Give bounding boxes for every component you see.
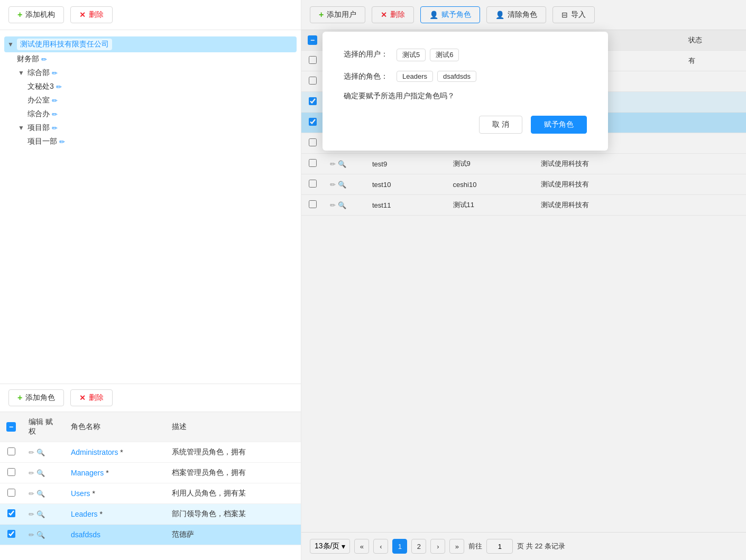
role-table-row: ✏ 🔍 Managers * 档案管理员角色，拥有 xyxy=(0,463,301,483)
modal-cancel-button[interactable]: 取 消 xyxy=(479,116,522,134)
delete-org-label: 删除 xyxy=(89,10,104,20)
role-row-check-cell[interactable] xyxy=(0,463,22,483)
role-search-button[interactable]: 🔍 xyxy=(36,469,45,477)
role-row-check-cell[interactable] xyxy=(0,483,22,504)
modal-users-label: 选择的用户： xyxy=(344,49,397,59)
tree-root-label: 测试使用科技有限责任公司 xyxy=(17,39,112,50)
modal-user-tag-2: 测试6 xyxy=(430,49,459,61)
role-row-checkbox[interactable] xyxy=(7,489,15,497)
modal-confirm-button[interactable]: 赋予角色 xyxy=(531,116,587,134)
tree-root-item[interactable]: ▼ 测试使用科技有限责任公司 xyxy=(4,36,297,52)
role-row-name[interactable]: Managers * xyxy=(65,463,165,483)
edit-icon[interactable]: ✏ xyxy=(41,55,47,63)
role-table: − 编辑 赋权 角色名称 描述 ✏ 🔍 Administrators * 系 xyxy=(0,412,301,545)
required-star: * xyxy=(104,469,108,477)
role-name-link[interactable]: Leaders xyxy=(71,510,98,518)
role-table-row: ✏ 🔍 dsafdsds 范德萨 xyxy=(0,525,301,545)
role-table-area: − 编辑 赋权 角色名称 描述 ✏ 🔍 Administrators * 系 xyxy=(0,412,301,560)
role-edit-button[interactable]: ✏ xyxy=(29,490,34,498)
tree-label: 项目一部 xyxy=(27,137,57,146)
add-role-button[interactable]: + 添加角色 xyxy=(8,389,64,406)
role-edit-button[interactable]: ✏ xyxy=(29,510,34,518)
modal-confirm-text: 确定要赋予所选用户指定角色吗？ xyxy=(344,91,587,101)
role-row-checkbox[interactable] xyxy=(7,509,15,517)
role-name-link[interactable]: dsafdsds xyxy=(71,530,100,539)
modal-role-tag-1: Leaders xyxy=(397,71,433,82)
role-edit-button[interactable]: ✏ xyxy=(29,469,34,477)
role-row-check-cell[interactable] xyxy=(0,525,22,545)
left-toolbar: + 添加机构 ✕ 删除 xyxy=(0,0,301,30)
edit-icon[interactable]: ✏ xyxy=(52,110,58,118)
tree-label: 综合办 xyxy=(27,109,50,119)
delete-role-button[interactable]: ✕ 删除 xyxy=(70,389,113,406)
required-star: * xyxy=(118,448,123,456)
tree-item-zonghebu[interactable]: ▼ 综合部 ✏ xyxy=(15,66,297,80)
tree-item-wenmishu[interactable]: 文秘处3 ✏ xyxy=(25,80,297,94)
modal-role-tag-2: dsafdsds xyxy=(437,71,476,82)
role-row-check-cell[interactable] xyxy=(0,442,22,463)
role-row-name[interactable]: Administrators * xyxy=(65,442,165,463)
role-table-header-check: − xyxy=(0,412,22,442)
tree-item-xiangmuyibu[interactable]: 项目一部 ✏ xyxy=(25,135,297,148)
right-panel: + 添加用户 ✕ 删除 👤 赋予角色 👤 清除角色 ⊟ 导入 − xyxy=(301,0,746,560)
edit-icon[interactable]: ✏ xyxy=(59,138,65,146)
role-row-checkbox[interactable] xyxy=(7,468,15,476)
minus-square-icon[interactable]: − xyxy=(6,422,16,432)
modal-roles-label: 选择的角色： xyxy=(344,71,397,81)
role-row-checkbox[interactable] xyxy=(7,530,15,538)
tree-item-zonghban[interactable]: 综合办 ✏ xyxy=(25,107,297,121)
edit-icon[interactable]: ✏ xyxy=(52,97,58,105)
tree-item-caiwubu[interactable]: 财务部 ✏ xyxy=(15,52,297,66)
tree-label: 财务部 xyxy=(17,54,39,64)
modal-roles-row: 选择的角色： Leaders dsafdsds xyxy=(344,71,587,82)
modal-overlay: 选择的用户： 测试5 测试6 选择的角色： Leaders dsafdsds 确… xyxy=(301,0,746,560)
add-org-label: 添加机构 xyxy=(25,10,55,20)
role-row-name[interactable]: Users * xyxy=(65,483,165,504)
role-toolbar: + 添加角色 ✕ 删除 xyxy=(0,384,301,412)
edit-icon[interactable]: ✏ xyxy=(56,83,62,91)
tree-item-xiangmubu[interactable]: ▼ 项目部 ✏ xyxy=(15,121,297,135)
role-row-desc: 部门领导角色，档案某 xyxy=(165,504,301,525)
role-search-button[interactable]: 🔍 xyxy=(36,510,45,518)
tree-label: 项目部 xyxy=(27,123,50,133)
plus-icon: + xyxy=(17,10,22,20)
role-row-name[interactable]: Leaders * xyxy=(65,504,165,525)
tree-item-bangongshi[interactable]: 办公室 ✏ xyxy=(25,94,297,107)
org-tree: ▼ 测试使用科技有限责任公司 财务部 ✏ ▼ 综合部 ✏ 文秘处3 ✏ 办公室 … xyxy=(0,30,301,384)
role-desc-text: 范德萨 xyxy=(172,530,194,538)
x-icon: ✕ xyxy=(79,11,86,19)
role-row-desc: 范德萨 xyxy=(165,525,301,545)
modal-actions: 取 消 赋予角色 xyxy=(344,116,587,134)
role-desc-text: 系统管理员角色，拥有 xyxy=(172,447,246,456)
role-row-check-cell[interactable] xyxy=(0,504,22,525)
role-name-link[interactable]: Administrators xyxy=(71,448,118,456)
tree-arrow-icon: ▼ xyxy=(17,69,25,77)
role-edit-button[interactable]: ✏ xyxy=(29,531,34,539)
role-row-checkbox[interactable] xyxy=(7,447,15,455)
modal-role-tags: Leaders dsafdsds xyxy=(397,71,476,82)
role-row-desc: 利用人员角色，拥有某 xyxy=(165,483,301,504)
role-table-row: ✏ 🔍 Administrators * 系统管理员角色，拥有 xyxy=(0,442,301,463)
modal-user-tags: 测试5 测试6 xyxy=(397,49,459,61)
role-name-link[interactable]: Managers xyxy=(71,469,104,477)
delete-role-label: 删除 xyxy=(89,393,104,403)
role-row-actions: ✏ 🔍 xyxy=(22,525,65,545)
role-search-button[interactable]: 🔍 xyxy=(36,490,45,498)
role-table-header-name: 角色名称 xyxy=(65,412,165,442)
role-name-link[interactable]: Users xyxy=(71,489,90,498)
role-search-button[interactable]: 🔍 xyxy=(36,531,45,539)
left-panel: + 添加机构 ✕ 删除 ▼ 测试使用科技有限责任公司 财务部 ✏ ▼ 综合部 ✏… xyxy=(0,0,301,560)
edit-icon[interactable]: ✏ xyxy=(52,69,58,77)
add-role-label: 添加角色 xyxy=(25,393,55,403)
modal-dialog: 选择的用户： 测试5 测试6 选择的角色： Leaders dsafdsds 确… xyxy=(323,32,608,151)
role-search-button[interactable]: 🔍 xyxy=(36,449,45,456)
edit-icon[interactable]: ✏ xyxy=(52,124,58,132)
required-star: * xyxy=(98,510,103,518)
role-edit-button[interactable]: ✏ xyxy=(29,449,34,456)
role-desc-text: 档案管理员角色，拥有 xyxy=(172,468,246,477)
delete-org-button[interactable]: ✕ 删除 xyxy=(70,6,113,23)
role-row-actions: ✏ 🔍 xyxy=(22,442,65,463)
tree-label: 综合部 xyxy=(27,68,50,78)
add-org-button[interactable]: + 添加机构 xyxy=(8,6,64,23)
role-row-name[interactable]: dsafdsds xyxy=(65,525,165,545)
